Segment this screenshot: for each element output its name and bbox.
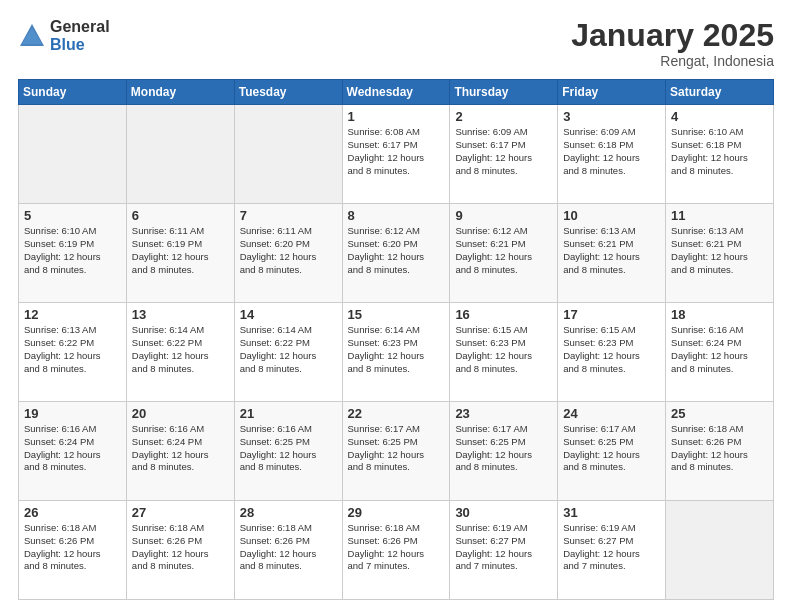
header-saturday: Saturday: [666, 80, 774, 105]
day-number: 15: [348, 307, 445, 322]
table-row: 23Sunrise: 6:17 AM Sunset: 6:25 PM Dayli…: [450, 402, 558, 501]
day-info: Sunrise: 6:11 AM Sunset: 6:20 PM Dayligh…: [240, 225, 317, 274]
day-number: 24: [563, 406, 660, 421]
table-row: 18Sunrise: 6:16 AM Sunset: 6:24 PM Dayli…: [666, 303, 774, 402]
calendar-week-row: 19Sunrise: 6:16 AM Sunset: 6:24 PM Dayli…: [19, 402, 774, 501]
table-row: 22Sunrise: 6:17 AM Sunset: 6:25 PM Dayli…: [342, 402, 450, 501]
table-row: 20Sunrise: 6:16 AM Sunset: 6:24 PM Dayli…: [126, 402, 234, 501]
table-row: 4Sunrise: 6:10 AM Sunset: 6:18 PM Daylig…: [666, 105, 774, 204]
logo-general-label: General: [50, 18, 110, 36]
day-info: Sunrise: 6:11 AM Sunset: 6:19 PM Dayligh…: [132, 225, 209, 274]
day-info: Sunrise: 6:13 AM Sunset: 6:22 PM Dayligh…: [24, 324, 101, 373]
day-number: 31: [563, 505, 660, 520]
logo-blue-label: Blue: [50, 36, 110, 54]
table-row: [234, 105, 342, 204]
day-info: Sunrise: 6:16 AM Sunset: 6:24 PM Dayligh…: [132, 423, 209, 472]
day-info: Sunrise: 6:18 AM Sunset: 6:26 PM Dayligh…: [671, 423, 748, 472]
day-number: 7: [240, 208, 337, 223]
logo-icon: [18, 22, 46, 50]
day-number: 4: [671, 109, 768, 124]
day-number: 5: [24, 208, 121, 223]
day-info: Sunrise: 6:08 AM Sunset: 6:17 PM Dayligh…: [348, 126, 425, 175]
day-info: Sunrise: 6:18 AM Sunset: 6:26 PM Dayligh…: [132, 522, 209, 571]
day-number: 14: [240, 307, 337, 322]
day-number: 28: [240, 505, 337, 520]
weekday-header-row: Sunday Monday Tuesday Wednesday Thursday…: [19, 80, 774, 105]
day-info: Sunrise: 6:16 AM Sunset: 6:24 PM Dayligh…: [671, 324, 748, 373]
day-number: 26: [24, 505, 121, 520]
calendar-week-row: 5Sunrise: 6:10 AM Sunset: 6:19 PM Daylig…: [19, 204, 774, 303]
table-row: 15Sunrise: 6:14 AM Sunset: 6:23 PM Dayli…: [342, 303, 450, 402]
table-row: 24Sunrise: 6:17 AM Sunset: 6:25 PM Dayli…: [558, 402, 666, 501]
day-number: 10: [563, 208, 660, 223]
header-wednesday: Wednesday: [342, 80, 450, 105]
day-number: 23: [455, 406, 552, 421]
calendar-page: General Blue January 2025 Rengat, Indone…: [0, 0, 792, 612]
table-row: 1Sunrise: 6:08 AM Sunset: 6:17 PM Daylig…: [342, 105, 450, 204]
day-number: 1: [348, 109, 445, 124]
day-number: 9: [455, 208, 552, 223]
table-row: 11Sunrise: 6:13 AM Sunset: 6:21 PM Dayli…: [666, 204, 774, 303]
day-number: 21: [240, 406, 337, 421]
day-number: 19: [24, 406, 121, 421]
table-row: 7Sunrise: 6:11 AM Sunset: 6:20 PM Daylig…: [234, 204, 342, 303]
day-number: 13: [132, 307, 229, 322]
table-row: 28Sunrise: 6:18 AM Sunset: 6:26 PM Dayli…: [234, 501, 342, 600]
table-row: 31Sunrise: 6:19 AM Sunset: 6:27 PM Dayli…: [558, 501, 666, 600]
table-row: 5Sunrise: 6:10 AM Sunset: 6:19 PM Daylig…: [19, 204, 127, 303]
table-row: [666, 501, 774, 600]
header-thursday: Thursday: [450, 80, 558, 105]
day-info: Sunrise: 6:19 AM Sunset: 6:27 PM Dayligh…: [455, 522, 532, 571]
day-number: 16: [455, 307, 552, 322]
table-row: 13Sunrise: 6:14 AM Sunset: 6:22 PM Dayli…: [126, 303, 234, 402]
table-row: [126, 105, 234, 204]
table-row: 3Sunrise: 6:09 AM Sunset: 6:18 PM Daylig…: [558, 105, 666, 204]
table-row: 12Sunrise: 6:13 AM Sunset: 6:22 PM Dayli…: [19, 303, 127, 402]
day-info: Sunrise: 6:15 AM Sunset: 6:23 PM Dayligh…: [455, 324, 532, 373]
day-info: Sunrise: 6:18 AM Sunset: 6:26 PM Dayligh…: [24, 522, 101, 571]
location-label: Rengat, Indonesia: [571, 53, 774, 69]
logo-text: General Blue: [50, 18, 110, 53]
day-info: Sunrise: 6:17 AM Sunset: 6:25 PM Dayligh…: [563, 423, 640, 472]
day-info: Sunrise: 6:12 AM Sunset: 6:21 PM Dayligh…: [455, 225, 532, 274]
svg-marker-1: [22, 28, 42, 44]
table-row: 9Sunrise: 6:12 AM Sunset: 6:21 PM Daylig…: [450, 204, 558, 303]
day-info: Sunrise: 6:17 AM Sunset: 6:25 PM Dayligh…: [455, 423, 532, 472]
table-row: 21Sunrise: 6:16 AM Sunset: 6:25 PM Dayli…: [234, 402, 342, 501]
day-info: Sunrise: 6:14 AM Sunset: 6:23 PM Dayligh…: [348, 324, 425, 373]
table-row: 19Sunrise: 6:16 AM Sunset: 6:24 PM Dayli…: [19, 402, 127, 501]
table-row: 27Sunrise: 6:18 AM Sunset: 6:26 PM Dayli…: [126, 501, 234, 600]
day-number: 11: [671, 208, 768, 223]
table-row: 6Sunrise: 6:11 AM Sunset: 6:19 PM Daylig…: [126, 204, 234, 303]
day-number: 3: [563, 109, 660, 124]
day-info: Sunrise: 6:15 AM Sunset: 6:23 PM Dayligh…: [563, 324, 640, 373]
table-row: 8Sunrise: 6:12 AM Sunset: 6:20 PM Daylig…: [342, 204, 450, 303]
table-row: 10Sunrise: 6:13 AM Sunset: 6:21 PM Dayli…: [558, 204, 666, 303]
day-info: Sunrise: 6:13 AM Sunset: 6:21 PM Dayligh…: [563, 225, 640, 274]
logo: General Blue: [18, 18, 110, 53]
day-number: 29: [348, 505, 445, 520]
day-number: 20: [132, 406, 229, 421]
day-number: 6: [132, 208, 229, 223]
day-info: Sunrise: 6:14 AM Sunset: 6:22 PM Dayligh…: [132, 324, 209, 373]
header-tuesday: Tuesday: [234, 80, 342, 105]
table-row: 25Sunrise: 6:18 AM Sunset: 6:26 PM Dayli…: [666, 402, 774, 501]
day-info: Sunrise: 6:18 AM Sunset: 6:26 PM Dayligh…: [348, 522, 425, 571]
day-number: 30: [455, 505, 552, 520]
calendar-week-row: 1Sunrise: 6:08 AM Sunset: 6:17 PM Daylig…: [19, 105, 774, 204]
table-row: 2Sunrise: 6:09 AM Sunset: 6:17 PM Daylig…: [450, 105, 558, 204]
table-row: 30Sunrise: 6:19 AM Sunset: 6:27 PM Dayli…: [450, 501, 558, 600]
day-info: Sunrise: 6:13 AM Sunset: 6:21 PM Dayligh…: [671, 225, 748, 274]
day-info: Sunrise: 6:14 AM Sunset: 6:22 PM Dayligh…: [240, 324, 317, 373]
table-row: [19, 105, 127, 204]
day-number: 22: [348, 406, 445, 421]
table-row: 29Sunrise: 6:18 AM Sunset: 6:26 PM Dayli…: [342, 501, 450, 600]
month-title: January 2025: [571, 18, 774, 53]
day-number: 12: [24, 307, 121, 322]
header: General Blue January 2025 Rengat, Indone…: [18, 18, 774, 69]
title-block: January 2025 Rengat, Indonesia: [571, 18, 774, 69]
day-info: Sunrise: 6:16 AM Sunset: 6:25 PM Dayligh…: [240, 423, 317, 472]
calendar-week-row: 26Sunrise: 6:18 AM Sunset: 6:26 PM Dayli…: [19, 501, 774, 600]
day-info: Sunrise: 6:16 AM Sunset: 6:24 PM Dayligh…: [24, 423, 101, 472]
day-number: 25: [671, 406, 768, 421]
